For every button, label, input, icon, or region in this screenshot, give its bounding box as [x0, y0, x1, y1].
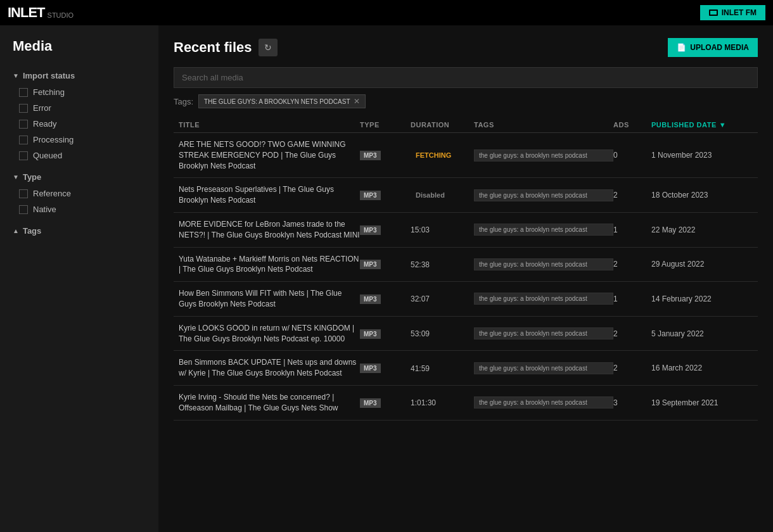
table-row: ARE THE NETS GOOD!? TWO GAME WINNING STR… — [174, 133, 758, 178]
table-row: Yuta Watanabe + Markieff Morris on Nets … — [174, 248, 758, 282]
active-tag-chip[interactable]: THE GLUE GUYS: A BROOKLYN NETS PODCAST ✕ — [198, 94, 365, 108]
row-published: 5 January 2022 — [651, 329, 753, 338]
col-published[interactable]: Published date ▼ — [651, 121, 753, 129]
top-nav: INLET STUDIO INLET FM — [0, 0, 773, 25]
sidebar-item-ready[interactable]: Ready — [0, 116, 158, 132]
sidebar-item-native[interactable]: Native — [0, 201, 158, 217]
table-row: Kyrie Irving - Should the Nets be concer… — [174, 386, 758, 421]
sort-icon: ▼ — [719, 121, 726, 129]
row-ads: 2 — [613, 191, 651, 200]
row-tag[interactable]: the glue guys: a brooklyn nets podcast — [474, 396, 613, 408]
row-tag[interactable]: the glue guys: a brooklyn nets podcast — [474, 258, 613, 270]
row-type: MP3 — [360, 329, 411, 339]
row-title[interactable]: ARE THE NETS GOOD!? TWO GAME WINNING STR… — [179, 139, 360, 171]
row-title[interactable]: How Ben Simmons Will FIT with Nets | The… — [179, 288, 360, 310]
row-title[interactable]: Kyrie LOOKS GOOD in return w/ NETS KINGD… — [179, 323, 360, 345]
row-ads: 2 — [613, 329, 651, 338]
table-rows: ARE THE NETS GOOD!? TWO GAME WINNING STR… — [174, 133, 758, 421]
main-layout: Media ▼ Import status Fetching Error Rea… — [0, 25, 773, 532]
error-checkbox[interactable] — [19, 104, 28, 113]
row-published: 16 March 2022 — [651, 364, 753, 372]
tags-section: ▲ Tags — [0, 222, 158, 239]
row-type: MP3 — [360, 294, 411, 304]
refresh-button[interactable]: ↻ — [259, 39, 278, 56]
row-duration: 41:59 — [411, 364, 474, 373]
logo-inlet-text: INLET — [8, 4, 45, 21]
upload-label: UPLOAD MEDIA — [690, 43, 749, 52]
reference-checkbox[interactable] — [19, 189, 28, 198]
mp3-badge: MP3 — [360, 398, 381, 408]
sidebar-item-queued[interactable]: Queued — [0, 148, 158, 163]
page-title: Media — [0, 38, 158, 67]
mp3-badge: MP3 — [360, 329, 381, 339]
media-table: Title Type Duration Tags Ads Published d… — [174, 117, 758, 421]
row-tag[interactable]: the glue guys: a brooklyn nets podcast — [474, 189, 613, 201]
row-type: MP3 — [360, 190, 411, 200]
search-input[interactable] — [174, 67, 758, 88]
logo-studio-text: STUDIO — [48, 11, 74, 19]
row-duration: 53:09 — [411, 329, 474, 338]
remove-tag-icon[interactable]: ✕ — [354, 97, 360, 106]
table-row: Ben Simmons BACK UPDATE | Nets ups and d… — [174, 351, 758, 386]
row-type: MP3 — [360, 150, 411, 160]
row-title[interactable]: Nets Preseason Superlatives | The Glue G… — [179, 184, 360, 206]
native-checkbox[interactable] — [19, 205, 28, 214]
row-duration: 32:07 — [411, 294, 474, 303]
tags-header[interactable]: ▲ Tags — [0, 222, 158, 239]
table-row: Nets Preseason Superlatives | The Glue G… — [174, 178, 758, 213]
chevron-up-icon-tags: ▲ — [13, 227, 19, 234]
row-type: MP3 — [360, 259, 411, 269]
fetching-checkbox[interactable] — [19, 88, 28, 97]
queued-checkbox[interactable] — [19, 151, 28, 160]
row-published: 1 November 2023 — [651, 151, 753, 160]
row-title[interactable]: Ben Simmons BACK UPDATE | Nets ups and d… — [179, 357, 360, 379]
type-header[interactable]: ▼ Type — [0, 168, 158, 186]
row-tag[interactable]: the glue guys: a brooklyn nets podcast — [474, 224, 613, 236]
processing-checkbox[interactable] — [19, 136, 28, 144]
row-published: 19 September 2021 — [651, 398, 753, 407]
table-row: MORE EVIDENCE for LeBron James trade to … — [174, 213, 758, 248]
sidebar-item-reference[interactable]: Reference — [0, 186, 158, 201]
recent-files-title: Recent files — [174, 39, 252, 56]
import-status-label: Import status — [23, 71, 75, 80]
row-duration: FETCHING — [411, 150, 474, 160]
import-status-header[interactable]: ▼ Import status — [0, 67, 158, 84]
row-type: MP3 — [360, 225, 411, 235]
ready-checkbox[interactable] — [19, 120, 28, 129]
tags-filter-label: Tags: — [174, 97, 193, 106]
row-title[interactable]: MORE EVIDENCE for LeBron James trade to … — [179, 219, 360, 241]
row-published: 18 October 2023 — [651, 191, 753, 200]
mp3-badge: MP3 — [360, 364, 381, 373]
mp3-badge: MP3 — [360, 191, 381, 200]
fetching-label: Fetching — [33, 87, 65, 97]
type-label: Type — [23, 172, 41, 182]
row-duration: Disabled — [411, 190, 474, 200]
sidebar-item-fetching[interactable]: Fetching — [0, 84, 158, 100]
inlet-fm-button[interactable]: INLET FM — [700, 5, 765, 20]
duration-value: 52:38 — [411, 260, 430, 269]
row-ads: 2 — [613, 364, 651, 372]
row-title[interactable]: Yuta Watanabe + Markieff Morris on Nets … — [179, 254, 360, 276]
sidebar-item-error[interactable]: Error — [0, 100, 158, 116]
row-ads: 1 — [613, 225, 651, 234]
row-title[interactable]: Kyrie Irving - Should the Nets be concer… — [179, 392, 360, 414]
duration-value: 1:01:30 — [411, 398, 436, 407]
table-header: Title Type Duration Tags Ads Published d… — [174, 117, 758, 133]
main-header: Recent files ↻ 📄 UPLOAD MEDIA — [174, 38, 758, 57]
tags-filter-row: Tags: THE GLUE GUYS: A BROOKLYN NETS POD… — [174, 94, 758, 108]
row-tag[interactable]: the glue guys: a brooklyn nets podcast — [474, 149, 613, 162]
row-ads: 0 — [613, 151, 651, 160]
table-row: How Ben Simmons Will FIT with Nets | The… — [174, 282, 758, 317]
sidebar: Media ▼ Import status Fetching Error Rea… — [0, 25, 158, 532]
row-tag[interactable]: the glue guys: a brooklyn nets podcast — [474, 327, 613, 339]
col-title: Title — [179, 121, 360, 129]
logo: INLET STUDIO — [8, 4, 73, 21]
sidebar-item-processing[interactable]: Processing — [0, 132, 158, 148]
upload-media-button[interactable]: 📄 UPLOAD MEDIA — [668, 38, 758, 57]
row-ads: 2 — [613, 260, 651, 269]
reference-label: Reference — [33, 189, 71, 198]
row-tag[interactable]: the glue guys: a brooklyn nets podcast — [474, 293, 613, 305]
row-tag[interactable]: the glue guys: a brooklyn nets podcast — [474, 362, 613, 374]
row-duration: 15:03 — [411, 225, 474, 234]
row-ads: 1 — [613, 294, 651, 303]
